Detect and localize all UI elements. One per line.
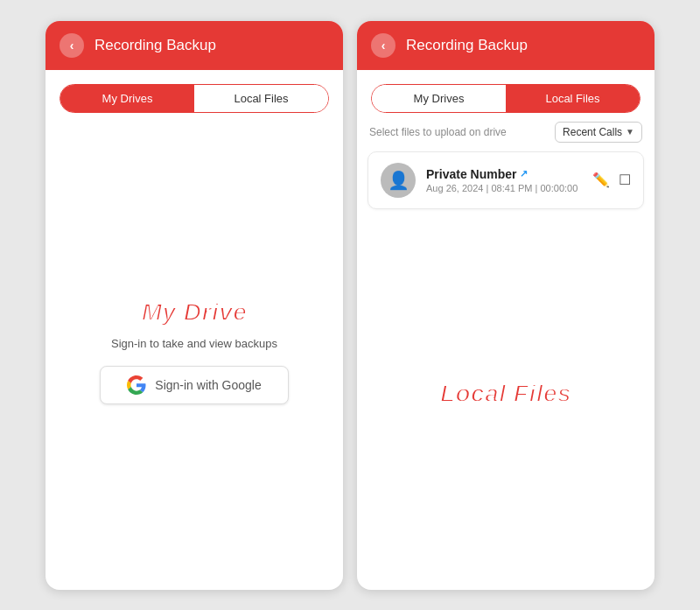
avatar: 👤 [381,163,416,198]
left-back-button[interactable]: ‹ [60,33,84,58]
call-card: 👤 Private Number ↗ Aug 26, 2024 | 08:41 … [368,151,644,209]
call-meta: Aug 26, 2024 | 08:41 PM | 00:00:00 [426,183,582,193]
right-header-title: Recording Backup [406,37,528,54]
right-tab-bar: My Drives Local Files [371,84,640,113]
right-tab-local-files[interactable]: Local Files [506,85,640,112]
left-phone: ‹ Recording Backup My Drives Local Files… [46,21,343,590]
right-tab-my-drives[interactable]: My Drives [372,85,506,112]
external-link-icon[interactable]: ↗ [520,168,528,179]
filter-bar: Select files to upload on drive Recent C… [357,113,654,151]
edit-icon[interactable]: ✏️ [592,172,610,188]
my-drive-label: My Drive [142,298,248,326]
local-files-label: Local Files [440,380,571,408]
google-sign-in-text: Sign-in with Google [155,378,261,392]
call-info: Private Number ↗ Aug 26, 2024 | 08:41 PM… [426,167,582,193]
left-tab-local-files[interactable]: Local Files [194,85,328,112]
call-name-text: Private Number [426,167,516,181]
sign-in-prompt: Sign-in to take and view backups [111,337,277,350]
local-center-area: Local Files [357,209,654,590]
google-sign-in-button[interactable]: Sign-in with Google [100,366,288,404]
checkbox-icon[interactable]: ☐ [619,172,631,188]
filter-label: Select files to upload on drive [369,126,507,138]
recent-calls-dropdown[interactable]: Recent Calls ▼ [555,122,642,143]
right-back-icon: ‹ [382,39,386,53]
left-back-icon: ‹ [70,39,74,53]
call-actions: ✏️ ☐ [592,172,631,188]
left-tab-my-drives[interactable]: My Drives [60,85,194,112]
dropdown-arrow-icon: ▼ [626,127,634,137]
right-back-button[interactable]: ‹ [371,33,396,58]
right-header: ‹ Recording Backup [357,21,654,70]
call-name: Private Number ↗ [426,167,582,181]
right-content-area: Select files to upload on drive Recent C… [357,113,654,590]
left-header-title: Recording Backup [94,37,216,54]
dropdown-label: Recent Calls [563,126,622,138]
left-content-area: My Drive Sign-in to take and view backup… [46,113,343,590]
left-tab-bar: My Drives Local Files [60,84,329,113]
left-header: ‹ Recording Backup [46,21,343,70]
google-icon [127,375,146,395]
person-icon: 👤 [388,170,410,191]
right-phone: ‹ Recording Backup My Drives Local Files… [357,21,654,590]
